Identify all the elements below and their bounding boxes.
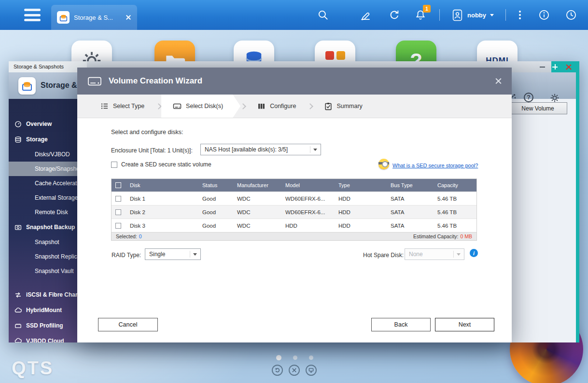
sidebar-item-storage-snapshots[interactable]: Storage/Snapshots xyxy=(9,162,77,176)
sidebar-item-label: Disks/VJBOD xyxy=(35,151,70,158)
table-row[interactable]: Disk 1 Good WDC WD60EFRX-6... HDD SATA 5… xyxy=(112,192,476,205)
column-header-disk: Disk xyxy=(125,182,197,188)
window-edge-accent xyxy=(576,72,579,342)
select-all-checkbox[interactable] xyxy=(115,182,121,188)
wizard-title: Volume Creation Wizard xyxy=(109,76,202,86)
cell-status: Good xyxy=(197,223,232,229)
cell-capacity: 5.46 TB xyxy=(433,223,477,229)
desktop-switch-button[interactable] xyxy=(272,365,283,376)
sidebar-item-disks-vjbod[interactable]: Disks/VJBOD xyxy=(9,147,77,162)
window-close-button[interactable] xyxy=(565,64,572,70)
desktop-page-dot-active[interactable] xyxy=(276,355,281,360)
storage-icon xyxy=(14,136,22,143)
raid-type-value: Single xyxy=(149,251,165,258)
sidebar-item-snapshot-backup[interactable]: Snapshot Backup xyxy=(9,219,77,235)
step-select-type[interactable]: Select Type xyxy=(89,95,156,118)
sidebar-item-iscsi-fibre[interactable]: iSCSI & Fibre Channel xyxy=(9,287,77,302)
sidebar-item-storage[interactable]: Storage xyxy=(9,132,77,147)
wizard-close-icon[interactable] xyxy=(495,78,502,85)
cell-type: HDD xyxy=(334,209,386,215)
wizard-body: Select and configure disks: Enclosure Un… xyxy=(77,118,512,342)
cell-manufacturer: WDC xyxy=(232,196,280,202)
raid-type-select[interactable]: Single xyxy=(145,248,201,260)
main-menu-icon[interactable] xyxy=(24,9,41,21)
refresh-icon[interactable] xyxy=(388,9,401,21)
maximize-button[interactable] xyxy=(552,64,558,70)
qts-desktop: ? HDMI QTS Storage & Snapshots xyxy=(0,0,588,383)
tab-close-icon[interactable] xyxy=(126,14,131,20)
hot-spare-select[interactable]: None xyxy=(405,248,464,260)
sidebar-item-remote-disk[interactable]: Remote Disk xyxy=(9,205,77,219)
step-label: Select Type xyxy=(113,103,144,109)
circular-arrow-icon xyxy=(274,367,280,373)
next-button[interactable]: Next xyxy=(435,318,494,331)
row-checkbox[interactable] xyxy=(115,209,121,215)
sidebar-item-vjbod-cloud[interactable]: VJBOD Cloud xyxy=(9,333,77,342)
sed-help-link[interactable]: What is a SED secure storage pool? xyxy=(392,163,478,168)
step-select-disks[interactable]: Select Disk(s) xyxy=(161,95,240,118)
search-icon[interactable] xyxy=(317,9,329,21)
sidebar-item-label: Storage xyxy=(26,136,48,143)
more-options-icon[interactable] xyxy=(517,9,523,21)
list-icon xyxy=(100,102,109,110)
topbar: Storage & S... 1 nobby xyxy=(0,0,588,30)
disk-table: Disk Status Manufacturer Model Type Bus … xyxy=(111,178,477,241)
sidebar-item-snapshot-vault[interactable]: Snapshot Vault xyxy=(9,264,77,278)
desktop-monitor-button[interactable] xyxy=(306,365,317,376)
dashboard-clock-icon[interactable] xyxy=(565,9,577,21)
enclosure-unit-label: Enclosure Unit [Total: 1 Unit(s)]: xyxy=(111,147,193,154)
enclosure-unit-select[interactable]: NAS Host [available disk(s): 3/5] xyxy=(200,144,321,155)
topbar-divider xyxy=(439,9,440,21)
background-tasks-icon[interactable] xyxy=(359,9,372,21)
cell-bus-type: SATA xyxy=(386,223,433,229)
sidebar-item-external-storage[interactable]: External Storage xyxy=(9,191,77,205)
chevron-right-icon xyxy=(155,103,162,109)
sidebar-item-label: External Storage xyxy=(35,194,77,201)
cell-model: HDD xyxy=(280,223,334,229)
taskbar-tab-storage-snapshots[interactable]: Storage & S... xyxy=(51,5,137,30)
overview-icon xyxy=(14,121,22,128)
sed-checkbox[interactable] xyxy=(111,162,117,168)
notifications-bell-icon[interactable]: 1 xyxy=(414,9,427,21)
storage-snapshots-icon xyxy=(18,77,36,95)
desktop-tools-button[interactable] xyxy=(289,365,300,376)
info-icon[interactable]: i xyxy=(470,249,478,257)
sidebar-item-cache-acceleration[interactable]: Cache Acceleration xyxy=(9,176,77,191)
cell-bus-type: SATA xyxy=(386,209,433,215)
iscsi-icon xyxy=(14,291,22,299)
settings-gear-icon[interactable] xyxy=(549,93,560,103)
info-circle-icon[interactable] xyxy=(538,9,550,21)
cell-type: HDD xyxy=(334,223,386,229)
desktop-page-dot[interactable] xyxy=(293,356,297,360)
row-checkbox[interactable] xyxy=(115,223,121,229)
minimize-button[interactable] xyxy=(539,64,546,70)
step-summary[interactable]: Summary xyxy=(313,95,374,118)
table-row[interactable]: Disk 3 Good WDC HDD HDD SATA 5.46 TB xyxy=(112,219,476,232)
step-label: Summary xyxy=(336,103,362,109)
caret-down-icon xyxy=(490,14,494,18)
sidebar-item-hybridmount[interactable]: HybridMount xyxy=(9,302,77,318)
cell-status: Good xyxy=(197,209,232,215)
desktop-page-dot[interactable] xyxy=(309,356,313,360)
sidebar-item-label: Cache Acceleration xyxy=(35,180,77,187)
sidebar-item-ssd-profiling[interactable]: SSD Profiling xyxy=(9,318,77,333)
sidebar-item-snapshot-replica[interactable]: Snapshot Replica xyxy=(9,249,77,264)
back-button[interactable]: Back xyxy=(371,318,431,331)
raid-type-label: RAID Type: xyxy=(112,252,141,259)
table-row[interactable]: Disk 2 Good WDC WD60EFRX-6... HDD SATA 5… xyxy=(112,205,476,219)
help-icon[interactable]: ? xyxy=(524,93,533,102)
cell-disk: Disk 1 xyxy=(125,196,197,202)
step-configure[interactable]: Configure xyxy=(246,95,308,118)
row-checkbox[interactable] xyxy=(115,196,121,202)
sidebar-item-label: Snapshot xyxy=(35,239,59,246)
estimated-capacity-value: 0 MB xyxy=(460,233,472,239)
cell-bus-type: SATA xyxy=(386,196,433,202)
storage-snapshots-tab-icon xyxy=(57,11,70,24)
column-header-type: Type xyxy=(334,182,386,188)
user-menu[interactable]: nobby xyxy=(451,9,494,22)
new-volume-button[interactable]: New Volume xyxy=(508,102,567,114)
sidebar-item-overview[interactable]: Overview xyxy=(9,116,77,132)
hot-spare-label: Hot Spare Disk: xyxy=(363,252,404,259)
sidebar-item-snapshot[interactable]: Snapshot xyxy=(9,235,77,249)
cancel-button[interactable]: Cancel xyxy=(98,318,158,331)
